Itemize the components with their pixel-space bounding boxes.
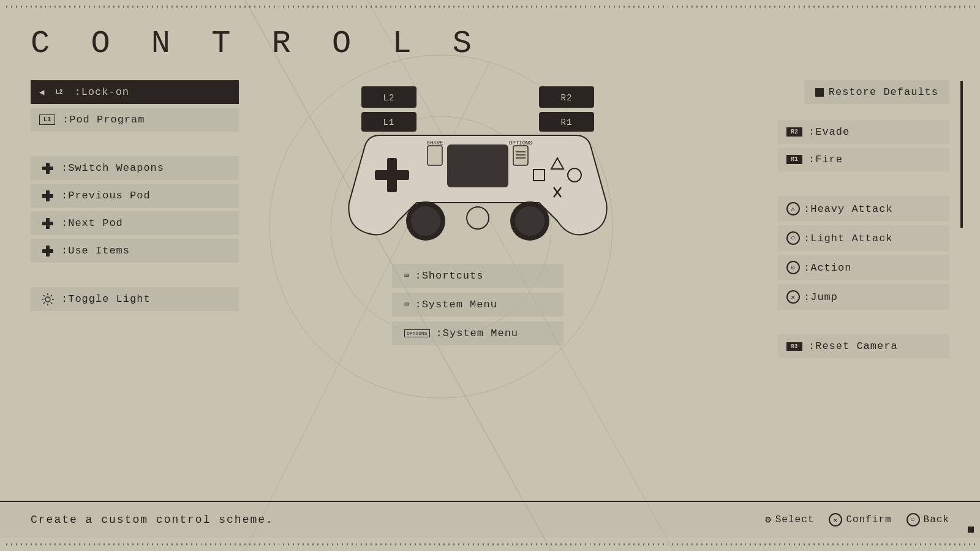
svg-point-43 bbox=[515, 206, 545, 236]
restore-square-icon bbox=[815, 88, 824, 97]
controller-svg: L2 R2 L1 R1 SHARE bbox=[331, 80, 625, 258]
triangle-sym: △ bbox=[786, 202, 800, 216]
control-reset-camera[interactable]: R3 :Reset Camera bbox=[778, 334, 949, 358]
r1-badge: R1 bbox=[786, 155, 802, 164]
svg-rect-39 bbox=[375, 170, 409, 180]
control-next-pod[interactable]: :Next Pod bbox=[31, 211, 239, 235]
heavy-attack-label: :Heavy Attack bbox=[804, 203, 893, 215]
light-attack-label: :Light Attack bbox=[804, 233, 893, 244]
special-icon bbox=[39, 294, 56, 305]
control-light-attack[interactable]: ○ :Light Attack bbox=[778, 225, 949, 251]
use-items-label: :Use Items bbox=[61, 245, 130, 257]
bottom-buttons: ⌨ :Shortcuts ⌨ :System Menu OPTIONS :Sys… bbox=[392, 264, 564, 345]
control-switch-weapons[interactable]: :Switch Weapons bbox=[31, 156, 239, 180]
svg-rect-37 bbox=[447, 144, 508, 187]
left-controls: ◀ L2 :Lock-on L1 :Pod Program :Switch We… bbox=[31, 74, 239, 454]
jump-label: :Jump bbox=[804, 291, 838, 303]
control-pod-program[interactable]: L1 :Pod Program bbox=[31, 108, 239, 132]
svg-line-18 bbox=[43, 294, 45, 296]
control-evade[interactable]: R2 :Evade bbox=[778, 120, 949, 144]
center-col: L2 R2 L1 R1 SHARE bbox=[239, 74, 717, 454]
svg-line-20 bbox=[43, 302, 45, 303]
left-arrow-icon: ◀ bbox=[39, 87, 45, 97]
bottom-bar: Create a custom control scheme. ⚙ Select… bbox=[0, 501, 980, 538]
evade-label: :Evade bbox=[809, 126, 850, 138]
shortcuts-label: :Shortcuts bbox=[415, 270, 483, 282]
system-menu-touch-label: :System Menu bbox=[415, 299, 497, 310]
svg-line-21 bbox=[51, 294, 52, 296]
control-lock-on[interactable]: ◀ L2 :Lock-on bbox=[31, 80, 239, 104]
svg-text:L2: L2 bbox=[383, 93, 395, 103]
restore-defaults-btn[interactable]: Restore Defaults bbox=[804, 80, 949, 104]
switch-weapons-label: :Switch Weapons bbox=[61, 162, 164, 174]
fire-label: :Fire bbox=[809, 154, 843, 165]
back-action[interactable]: ○ Back bbox=[907, 513, 949, 527]
controller-diagram: L2 R2 L1 R1 SHARE bbox=[331, 80, 625, 345]
shortcuts-icon: ⌨ bbox=[404, 271, 410, 281]
main-content: C O N T R O L S ◀ L2 :Lock-on L1 :Pod Pr… bbox=[0, 13, 980, 514]
system-menu-touch-icon: ⌨ bbox=[404, 299, 410, 310]
dpad-icon-3 bbox=[39, 218, 56, 229]
svg-text:L1: L1 bbox=[383, 118, 395, 127]
lock-on-label: :Lock-on bbox=[74, 86, 129, 98]
pod-program-label: :Pod Program bbox=[62, 114, 145, 126]
bottom-actions: ⚙ Select ✕ Confirm ○ Back bbox=[765, 513, 949, 527]
toggle-light-label: :Toggle Light bbox=[61, 293, 151, 305]
control-toggle-light[interactable]: :Toggle Light bbox=[31, 287, 239, 311]
control-jump[interactable]: ✕ :Jump bbox=[778, 284, 949, 310]
dot-border-top: (function() { const db = document.queryS… bbox=[0, 0, 980, 13]
svg-rect-6 bbox=[42, 167, 53, 170]
hint-text: Create a custom control scheme. bbox=[31, 514, 274, 526]
control-action[interactable]: ⊙ :Action bbox=[778, 255, 949, 280]
control-use-items[interactable]: :Use Items bbox=[31, 239, 239, 263]
back-label: Back bbox=[924, 514, 949, 525]
svg-rect-33 bbox=[513, 146, 528, 165]
dot-border-bottom bbox=[0, 538, 980, 551]
r2-badge: R2 bbox=[786, 127, 802, 137]
confirm-label: Confirm bbox=[846, 514, 891, 525]
reset-camera-label: :Reset Camera bbox=[809, 340, 898, 352]
dpad-icon-2 bbox=[39, 190, 56, 201]
svg-point-41 bbox=[411, 206, 440, 236]
system-menu-touch-btn[interactable]: ⌨ :System Menu bbox=[392, 293, 564, 317]
svg-point-13 bbox=[45, 297, 50, 302]
dot-circle-sym: ⊙ bbox=[786, 261, 800, 274]
select-label: Select bbox=[775, 514, 815, 525]
shortcuts-btn[interactable]: ⌨ :Shortcuts bbox=[392, 264, 564, 288]
l1-badge: L1 bbox=[39, 114, 55, 125]
restore-defaults-label: Restore Defaults bbox=[829, 86, 938, 98]
system-menu-options-label: :System Menu bbox=[436, 328, 518, 339]
dpad-icon-4 bbox=[39, 246, 56, 257]
confirm-icon: ✕ bbox=[829, 513, 842, 527]
svg-text:R2: R2 bbox=[561, 93, 573, 103]
system-menu-options-btn[interactable]: OPTIONS :System Menu bbox=[392, 321, 564, 345]
circle-sym: ○ bbox=[786, 231, 800, 245]
svg-line-19 bbox=[51, 302, 52, 303]
next-pod-label: :Next Pod bbox=[61, 217, 123, 229]
action-label: :Action bbox=[804, 262, 851, 274]
back-icon: ○ bbox=[907, 513, 920, 527]
bottom-hint: Create a custom control scheme. bbox=[31, 514, 765, 526]
r3-badge: R3 bbox=[786, 342, 802, 351]
control-previous-pod[interactable]: :Previous Pod bbox=[31, 184, 239, 208]
right-divider bbox=[960, 81, 963, 228]
options-badge: OPTIONS bbox=[404, 329, 430, 337]
svg-rect-10 bbox=[42, 222, 53, 225]
cross-sym: ✕ bbox=[786, 290, 800, 304]
control-fire[interactable]: R1 :Fire bbox=[778, 148, 949, 171]
corner-indicator bbox=[968, 527, 974, 533]
previous-pod-label: :Previous Pod bbox=[61, 190, 151, 201]
svg-rect-12 bbox=[42, 249, 53, 253]
svg-point-44 bbox=[467, 207, 489, 229]
svg-rect-8 bbox=[42, 194, 53, 198]
select-icon: ⚙ bbox=[765, 514, 772, 526]
page-title: C O N T R O L S bbox=[31, 26, 949, 62]
dpad-icon-1 bbox=[39, 163, 56, 174]
select-action[interactable]: ⚙ Select bbox=[765, 514, 814, 526]
right-controls: Restore Defaults R2 :Evade R1 :Fire △ :H… bbox=[717, 74, 949, 454]
l2-badge: L2 bbox=[51, 88, 67, 97]
svg-text:R1: R1 bbox=[561, 118, 573, 127]
confirm-action[interactable]: ✕ Confirm bbox=[829, 513, 891, 527]
control-heavy-attack[interactable]: △ :Heavy Attack bbox=[778, 196, 949, 222]
svg-rect-31 bbox=[428, 146, 442, 165]
